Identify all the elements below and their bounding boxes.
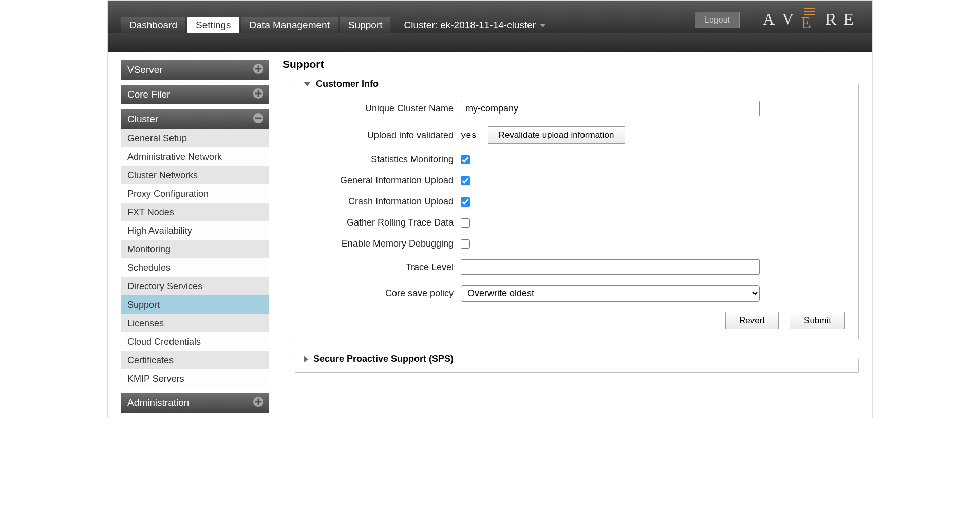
brand-v: V (782, 10, 801, 29)
customer-info-toggle[interactable]: Customer Info (300, 79, 382, 89)
crash-upload-label: Crash Information Upload (307, 196, 461, 207)
crash-upload-checkbox[interactable] (461, 197, 470, 207)
nav-item-fxt-nodes[interactable]: FXT Nodes (121, 203, 269, 221)
nav-item-support[interactable]: Support (121, 295, 269, 314)
nav-group-label: Core Filer (127, 89, 170, 100)
brand-logo: A V E R E (763, 4, 861, 29)
customer-info-panel: Customer Info Unique Cluster Name Upload… (295, 79, 859, 339)
svg-rect-10 (255, 401, 262, 402)
page-title: Support (282, 58, 859, 70)
svg-rect-7 (255, 117, 262, 119)
trace-level-input[interactable] (461, 259, 760, 275)
nav-item-certificates[interactable]: Certificates (121, 351, 269, 369)
nav-item-cloud-credentials[interactable]: Cloud Credentials (121, 332, 269, 351)
sub-bar (108, 33, 872, 52)
plus-icon (253, 88, 264, 102)
nav-group-label: Administration (127, 397, 189, 408)
nav-item-proxy-configuration[interactable]: Proxy Configuration (121, 184, 269, 203)
main-tabs: DashboardSettingsData ManagementSupport (121, 17, 392, 33)
revert-button[interactable]: Revert (725, 312, 779, 329)
plus-icon (253, 396, 264, 410)
sps-panel: Secure Proactive Support (SPS) (295, 353, 859, 373)
brand-e-icon: E (801, 8, 819, 29)
revalidate-button[interactable]: Revalidate upload information (488, 126, 625, 144)
rolling-trace-checkbox[interactable] (461, 218, 470, 228)
nav-group-label: Cluster (127, 114, 158, 125)
brand-e2: E (843, 10, 861, 29)
customer-info-title: Customer Info (316, 79, 379, 89)
nav-item-kmip-servers[interactable]: KMIP Servers (121, 369, 269, 388)
sps-toggle[interactable]: Secure Proactive Support (SPS) (300, 353, 457, 364)
memory-debug-checkbox[interactable] (461, 239, 470, 249)
general-upload-label: General Information Upload (307, 175, 461, 186)
tab-data-management[interactable]: Data Management (241, 17, 338, 33)
brand-a: A (763, 10, 782, 29)
logout-button[interactable]: Logout (695, 12, 740, 28)
nav-item-schedules[interactable]: Schedules (121, 258, 269, 277)
submit-button[interactable]: Submit (790, 312, 845, 329)
svg-rect-5 (255, 92, 262, 94)
nav-item-high-availability[interactable]: High Availability (121, 221, 269, 240)
nav-group-vserver[interactable]: VServer (121, 60, 269, 80)
core-save-label: Core save policy (307, 288, 461, 299)
nav-item-cluster-networks[interactable]: Cluster Networks (121, 166, 269, 184)
nav-item-administrative-network[interactable]: Administrative Network (121, 147, 269, 166)
sps-title: Secure Proactive Support (SPS) (313, 353, 454, 364)
cluster-name-label: Unique Cluster Name (307, 103, 461, 114)
nav-group-core-filer[interactable]: Core Filer (121, 85, 269, 104)
svg-rect-2 (255, 68, 262, 69)
brand-r: R (825, 10, 843, 29)
nav-group-label: VServer (127, 64, 163, 76)
nav-item-licenses[interactable]: Licenses (121, 314, 269, 332)
cluster-selector[interactable]: Cluster: ek-2018-11-14-cluster (404, 17, 546, 33)
trace-level-label: Trace Level (307, 262, 461, 273)
triangle-down-icon (304, 82, 311, 86)
nav-group-administration[interactable]: Administration (121, 393, 269, 413)
triangle-right-icon (304, 356, 308, 363)
cluster-label-text: Cluster: ek-2018-11-14-cluster (404, 20, 536, 31)
tab-settings[interactable]: Settings (187, 17, 239, 33)
cluster-name-input[interactable] (461, 101, 760, 116)
upload-validated-label: Upload info validated (307, 130, 461, 141)
tab-dashboard[interactable]: Dashboard (121, 17, 185, 33)
nav-item-directory-services[interactable]: Directory Services (121, 277, 269, 295)
tab-support[interactable]: Support (340, 17, 391, 33)
memory-debug-label: Enable Memory Debugging (307, 238, 461, 249)
minus-icon (253, 113, 264, 126)
top-bar: Logout A V E R E DashboardSettingsData M… (108, 1, 872, 33)
stats-monitoring-checkbox[interactable] (461, 155, 470, 164)
general-upload-checkbox[interactable] (461, 176, 470, 185)
upload-validated-value: yes (461, 130, 477, 140)
main-content: Support Customer Info Unique Cluster Nam… (269, 52, 872, 418)
plus-icon (253, 63, 264, 77)
nav-item-monitoring[interactable]: Monitoring (121, 240, 269, 258)
rolling-trace-label: Gather Rolling Trace Data (307, 217, 461, 228)
sidebar: VServerCore FilerClusterGeneral SetupAdm… (108, 52, 269, 418)
stats-monitoring-label: Statistics Monitoring (307, 154, 461, 165)
chevron-down-icon (540, 24, 546, 27)
nav-item-general-setup[interactable]: General Setup (121, 129, 269, 147)
nav-group-cluster[interactable]: Cluster (121, 109, 269, 129)
core-save-select[interactable]: Overwrite oldest (461, 285, 760, 302)
